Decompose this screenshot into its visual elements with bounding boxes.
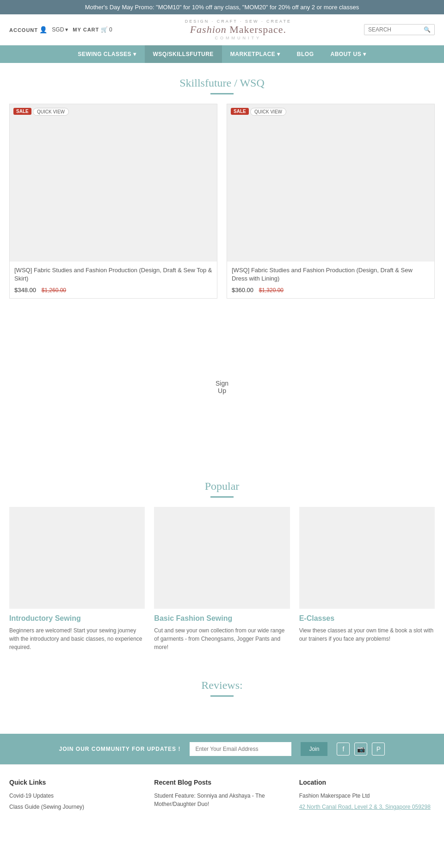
sale-badge-1: SALE	[13, 108, 31, 115]
cart-section[interactable]: MY CART 🛒 0	[73, 26, 112, 33]
popular-card-2[interactable]: Basic Fashion Sewing Cut and sew your ow…	[154, 507, 290, 651]
popular-card-desc-1: Beginners are welcomed! Start your sewin…	[9, 626, 145, 651]
cart-count: 0	[109, 26, 112, 33]
logo-tagline: DESIGN · CRAFT · SEW · CREATE	[112, 19, 364, 24]
page-title-underline	[210, 93, 234, 94]
newsletter-bar: JOIN OUR COMMUNITY FOR UPDATES ! Join f …	[0, 734, 444, 764]
cart-label: MY CART	[73, 27, 99, 32]
reviews-section: Reviews:	[0, 670, 444, 724]
footer-quick-links: Quick Links Covid-19 Updates Class Guide…	[9, 779, 145, 814]
nav-sewing-classes[interactable]: SEWING CLASSES ▾	[69, 45, 144, 63]
nav-dropdown-icon-about: ▾	[363, 51, 366, 57]
product-info-2: [WSQ] Fabric Studies and Fashion Product…	[227, 262, 434, 298]
nav-dropdown-icon-sewing: ▾	[133, 51, 136, 57]
product-info-1: [WSQ] Fabric Studies and Fashion Product…	[10, 262, 217, 298]
page-title-section: Skillsfuture / WSQ	[0, 77, 444, 94]
site-footer: Quick Links Covid-19 Updates Class Guide…	[0, 764, 444, 828]
search-bar[interactable]: 🔍	[364, 24, 435, 35]
product-grid: SALE QUICK VIEW [WSQ] Fabric Studies and…	[0, 104, 444, 312]
nav-label-marketplace: MARKETPLACE	[230, 51, 276, 57]
header-right: 🔍	[364, 24, 435, 35]
promo-text: Mother's Day May Promo: "MOM10" for 10% …	[85, 4, 359, 11]
currency-dropdown-icon: ▾	[65, 26, 68, 33]
recent-posts-title: Recent Blog Posts	[154, 779, 290, 786]
popular-card-title-3: E-Classes	[299, 614, 435, 623]
popular-card-1[interactable]: Introductory Sewing Beginners are welcom…	[9, 507, 145, 651]
newsletter-input[interactable]	[190, 742, 291, 756]
nav-label-blog: BLOG	[297, 51, 314, 57]
header-left: ACCOUNT 👤 SGD ▾ MY CART 🛒 0	[9, 26, 112, 33]
location-company: Fashion Makerspace Pte Ltd	[299, 792, 435, 800]
popular-underline	[210, 496, 234, 498]
newsletter-button[interactable]: Join	[301, 742, 327, 756]
product-title-1: [WSQ] Fabric Studies and Fashion Product…	[14, 266, 212, 283]
main-nav: SEWING CLASSES ▾ WSQ/SKILLSFUTURE MARKET…	[0, 45, 444, 63]
social-icons: f 📷 P	[337, 743, 385, 756]
search-input[interactable]	[368, 26, 424, 33]
popular-image-3	[299, 507, 435, 609]
product-title-2: [WSQ] Fabric Studies and Fashion Product…	[232, 266, 430, 283]
product-current-price-1: $348.00	[14, 287, 36, 293]
product-old-price-1: $1,260.00	[42, 287, 66, 293]
newsletter-label: JOIN OUR COMMUNITY FOR UPDATES !	[59, 746, 181, 752]
popular-card-title-1: Introductory Sewing	[9, 614, 145, 623]
footer-location: Location Fashion Makerspace Pte Ltd 42 N…	[299, 779, 435, 814]
account-section[interactable]: ACCOUNT 👤	[9, 26, 47, 33]
product-old-price-2: $1,320.00	[259, 287, 284, 293]
page-title: Skillsfuture / WSQ	[0, 77, 444, 89]
popular-grid: Introductory Sewing Beginners are welcom…	[9, 507, 435, 651]
signup-link[interactable]: Sign Up	[9, 377, 435, 397]
product-card-2[interactable]: SALE QUICK VIEW [WSQ] Fabric Studies and…	[227, 104, 435, 299]
nav-dropdown-icon-marketplace: ▾	[277, 51, 280, 57]
site-logo[interactable]: DESIGN · CRAFT · SEW · CREATE Fashion Ma…	[112, 19, 364, 40]
product-card-1[interactable]: SALE QUICK VIEW [WSQ] Fabric Studies and…	[9, 104, 217, 299]
logo-makerspace: Makerspace.	[229, 24, 286, 35]
logo-main-text: Fashion Makerspace.	[112, 24, 364, 36]
facebook-icon[interactable]: f	[337, 743, 350, 756]
reviews-title: Reviews:	[9, 679, 435, 692]
account-icon[interactable]: 👤	[39, 26, 47, 33]
search-icon[interactable]: 🔍	[424, 26, 431, 33]
currency-selector[interactable]: SGD ▾	[52, 26, 68, 33]
nav-label-sewing-classes: SEWING CLASSES	[78, 51, 131, 57]
promo-bar: Mother's Day May Promo: "MOM10" for 10% …	[0, 0, 444, 14]
nav-label-wsq: WSQ/SKILLSFUTURE	[153, 51, 214, 57]
popular-image-1	[9, 507, 145, 609]
nav-wsq-skillsfuture[interactable]: WSQ/SKILLSFUTURE	[145, 45, 222, 63]
product-current-price-2: $360.00	[232, 287, 253, 293]
popular-card-desc-2: Cut and sew your own collection from our…	[154, 626, 290, 651]
cart-icon: 🛒	[101, 26, 108, 33]
nav-label-about-us: ABOUT US	[331, 51, 362, 57]
pinterest-icon[interactable]: P	[372, 743, 385, 756]
nav-about-us[interactable]: ABOUT US ▾	[322, 45, 375, 63]
popular-title-section: Popular	[9, 480, 435, 498]
quickview-badge-1[interactable]: QUICK VIEW	[33, 108, 69, 116]
signup-line2: Up	[218, 387, 226, 394]
site-header: ACCOUNT 👤 SGD ▾ MY CART 🛒 0 DESIGN · CRA…	[0, 14, 444, 45]
signup-line1: Sign	[216, 380, 228, 387]
mid-section: Sign Up	[0, 312, 444, 471]
quick-link-covid[interactable]: Covid-19 Updates	[9, 792, 145, 800]
instagram-icon[interactable]: 📷	[354, 743, 367, 756]
logo-community: community	[112, 36, 364, 40]
nav-blog[interactable]: BLOG	[289, 45, 322, 63]
popular-card-3[interactable]: E-Classes View these classes at your own…	[299, 507, 435, 651]
popular-section: Popular Introductory Sewing Beginners ar…	[0, 471, 444, 670]
popular-image-2	[154, 507, 290, 609]
quickview-badge-2[interactable]: QUICK VIEW	[250, 108, 286, 116]
popular-card-desc-3: View these classes at your own time & bo…	[299, 626, 435, 643]
footer-recent-posts: Recent Blog Posts Student Feature: Sonni…	[154, 779, 290, 814]
quick-link-class-guide[interactable]: Class Guide (Sewing Journey)	[9, 803, 145, 811]
product-price-2: $360.00 $1,320.00	[232, 287, 430, 293]
recent-post-1[interactable]: Student Feature: Sonniya and Akshaya - T…	[154, 792, 290, 808]
logo-fashion: Fashion	[190, 24, 230, 35]
popular-card-title-2: Basic Fashion Sewing	[154, 614, 290, 623]
nav-marketplace[interactable]: MARKETPLACE ▾	[222, 45, 289, 63]
location-title: Location	[299, 779, 435, 786]
currency-label: SGD	[52, 26, 64, 33]
product-image-1	[10, 104, 217, 262]
sale-badge-2: SALE	[231, 108, 249, 115]
product-price-1: $348.00 $1,260.00	[14, 287, 212, 293]
location-address[interactable]: 42 North Canal Road, Level 2 & 3, Singap…	[299, 803, 435, 811]
quick-links-title: Quick Links	[9, 779, 145, 786]
